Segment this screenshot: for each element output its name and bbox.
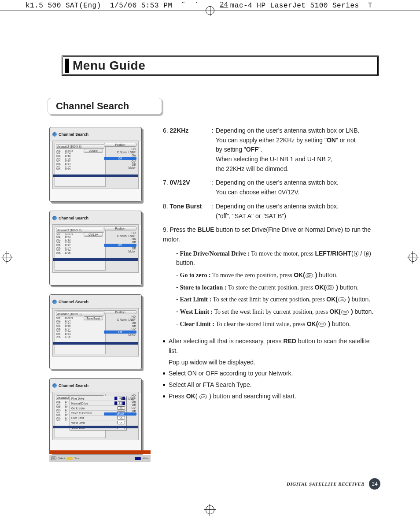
ok-button-icon: OK: [199, 394, 207, 399]
title-accent-bar: [65, 59, 69, 73]
registration-mark-right: [408, 252, 418, 263]
crop-mark-top: 24: [0, 10, 420, 21]
item-tone-burst-desc: Depending on the user's antenna switch b…: [216, 202, 380, 221]
bullet-dot-icon: [163, 384, 165, 386]
screenshot-column: Channel Search Asiasat 2 (100.5 E) 001.1…: [49, 127, 151, 462]
registration-mark-top: [206, 6, 214, 15]
registration-mark-left: [2, 252, 12, 263]
page-title-box: Menu Guide: [63, 56, 378, 75]
globe-icon: [52, 216, 57, 220]
option-tone-burst: Tone Burst: [84, 316, 103, 320]
registration-mark-bottom: [205, 505, 215, 515]
screenshot-0v12v: Channel Search Asiasat 2 (100.5 E) 001.1…: [49, 211, 142, 286]
screenshot-title: Channel Search: [59, 132, 88, 137]
satellite-name: Asiasat 2 (100.5 E): [56, 144, 104, 149]
position-button: Position: [104, 143, 136, 147]
item-0v12v: 7. 0V/12V : Depending on the user's ante…: [163, 178, 380, 197]
item-tone-burst: 8. Tone Burst : Depending on the user's …: [163, 202, 380, 221]
page-number-top: 24: [220, 1, 228, 9]
drive-sub-list: - Fine Drive/Normal Drive : To move the …: [163, 249, 380, 329]
item-0v12v-desc: Depending on the user's antenna switch b…: [216, 178, 380, 197]
bullet-dot-icon: [163, 395, 165, 397]
bullet-dot-icon: [163, 340, 165, 342]
globe-icon: [52, 300, 57, 304]
ok-button-icon: OK: [318, 322, 326, 327]
screenshot-22khz: Channel Search Asiasat 2 (100.5 E) 001.1…: [49, 127, 142, 202]
right-options: Position HD C Norm, LNBF On Off OV Off M…: [104, 143, 136, 187]
section-heading-pill: Channel Search: [48, 98, 162, 115]
item-22khz: 6. 22KHz : Depending on the user's anten…: [163, 126, 380, 174]
ok-button-icon: OK: [326, 285, 334, 290]
page-title: Menu Guide: [73, 59, 145, 73]
right-arrow-icon: [364, 251, 368, 256]
screenshot-drive-popup: Channel Search Asiasat 2 (100.5 E) 001.1…: [49, 378, 142, 453]
page-number-circle: 24: [369, 478, 380, 490]
content-column: 6. 22KHz : Depending on the user's anten…: [163, 126, 380, 403]
ok-button-icon: OK: [338, 297, 346, 302]
globe-icon: [52, 132, 57, 137]
item-22khz-desc: Depending on the user's antenna switch b…: [216, 126, 380, 174]
page-footer: DIGITAL SATELLITE RECEIVER 24: [287, 478, 380, 490]
ok-button-icon: OK: [306, 273, 313, 278]
option-22khz: 22KHz: [84, 149, 103, 153]
footer-label: DIGITAL SATELLITE RECEIVER: [287, 481, 365, 486]
screenshot-tone-burst: Channel Search Asiasat 2 (100.5 E) 001.1…: [49, 294, 142, 369]
ok-button-icon: OK: [341, 310, 349, 315]
item-drive: 9. Press the BLUE button to set Drive(Fi…: [163, 225, 380, 244]
option-0v12v: 0V/12V: [84, 233, 103, 237]
section-heading: Channel Search: [56, 100, 129, 112]
final-bullets: After selecting all that is necessary, p…: [163, 337, 380, 401]
print-meta-text: k1.5 500 SAT(Eng) 1/5/06 5:53 PM ˘ ` mac…: [26, 2, 372, 10]
bullet-dot-icon: [163, 372, 165, 375]
left-arrow-icon: [354, 251, 358, 256]
globe-icon: [52, 383, 57, 388]
